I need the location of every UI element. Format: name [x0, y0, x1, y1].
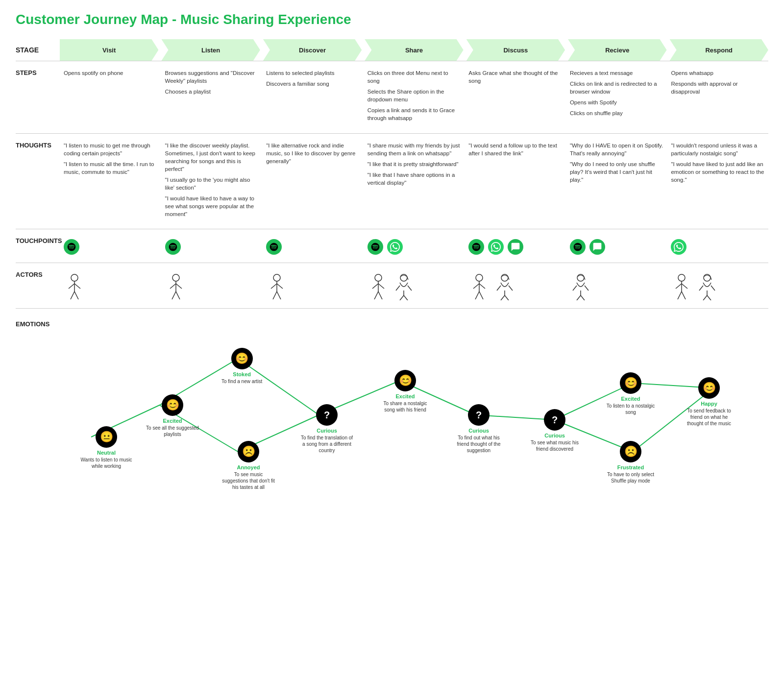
touchpoints-cell-3: [364, 235, 465, 257]
thought-text: "I would have liked to have a way to see…: [165, 194, 259, 218]
page-title: Customer Journey Map - Music Sharing Exp…: [16, 12, 768, 27]
actors-cell-6: [667, 269, 768, 302]
emotion-desc-curious2: To find out what his friend thought of t…: [452, 435, 506, 454]
touchpoints-label: TOUCHPOINTS: [16, 235, 60, 257]
touchpoints-cell-4: [465, 235, 566, 257]
thought-text: "I listen to music all the time. I run t…: [64, 160, 157, 176]
svg-line-20: [372, 284, 378, 289]
step-text: Browses suggestions and "Discover Weekly…: [165, 69, 259, 85]
svg-line-11: [176, 291, 180, 299]
svg-line-17: [277, 291, 281, 299]
emotion-label-curious2: Curious: [468, 428, 489, 434]
actors-cell-2: [262, 269, 364, 302]
svg-point-51: [678, 274, 685, 281]
actor-male: [64, 273, 87, 300]
svg-line-28: [396, 286, 400, 291]
actors-cell-0: [60, 269, 161, 302]
emotion-label-excited3: Excited: [621, 396, 640, 402]
emotion-label-frustrated: Frustrated: [617, 464, 644, 470]
svg-point-12: [273, 274, 280, 281]
emotion-face-excited1: 😊: [162, 394, 183, 416]
emotion-desc-curious3: To see what music his friend discovered: [528, 439, 582, 452]
svg-line-8: [170, 284, 176, 289]
emotion-desc-excited1: To see all the suggested playlists: [146, 425, 199, 437]
stage-listen: Listen: [161, 39, 260, 61]
emotion-annoyed: ☹️AnnoyedTo see music suggestions that d…: [221, 441, 275, 490]
steps-cell-6: Opens whatsappResponds with approval or …: [667, 67, 768, 127]
emotion-happy: 😊HappyTo send feedback to friend on what…: [682, 377, 736, 427]
spotify-icon: [165, 239, 181, 255]
svg-line-10: [172, 291, 176, 299]
emotion-face-excited3: 😊: [620, 372, 641, 394]
svg-line-15: [277, 284, 283, 289]
step-text: Opens spotify on phone: [64, 69, 157, 77]
stage-respond: Respond: [670, 39, 768, 61]
svg-line-36: [479, 291, 483, 299]
svg-line-41: [497, 286, 501, 291]
stage-share: Share: [365, 39, 463, 61]
svg-line-59: [703, 295, 707, 300]
emotion-frustrated: ☹️FrustratedTo have to only select Shuff…: [604, 441, 658, 484]
step-text: Chooses a playlist: [165, 88, 259, 96]
thought-text: "I would have liked to just add like an …: [671, 160, 764, 184]
stage-section-label: STAGE: [16, 46, 60, 54]
svg-line-21: [378, 284, 384, 289]
emotion-neutral: 😐NeutralWants to listen to music while w…: [79, 426, 133, 469]
spotify-icon: [468, 239, 484, 255]
thoughts-cell-1: "I like the discover weekly playlist. So…: [161, 140, 263, 223]
actor-male: [266, 273, 290, 300]
emotion-face-stoked: 😊: [231, 348, 253, 369]
emotion-face-frustrated: ☹️: [620, 441, 641, 462]
emotions-section: EMOTIONS 😐NeutralWants to listen to musi…: [16, 308, 768, 485]
thoughts-cell-4: "I would send a follow up to the text af…: [465, 140, 566, 223]
svg-line-40: [505, 295, 509, 300]
svg-line-46: [577, 295, 581, 300]
svg-line-5: [74, 291, 78, 299]
emotion-label-happy: Happy: [701, 401, 717, 407]
thought-text: "I share music with my friends by just s…: [368, 142, 461, 157]
actors-row: ACTORS: [16, 263, 768, 308]
emotion-excited3: 😊ExcitedTo listen to a nostalgic song: [604, 372, 658, 415]
svg-line-23: [378, 291, 382, 299]
emotion-desc-excited3: To listen to a nostalgic song: [604, 403, 658, 415]
actor-female: [393, 273, 416, 300]
step-text: Listens to selected playlists: [266, 69, 360, 77]
actors-label: ACTORS: [16, 269, 60, 302]
imessage-icon: [508, 239, 523, 255]
emotion-face-happy: 😊: [698, 377, 720, 399]
actors-cell-1: [161, 269, 263, 302]
spotify-icon: [266, 239, 282, 255]
emotion-face-annoyed: ☹️: [238, 441, 259, 462]
svg-line-60: [707, 295, 711, 300]
actor-male: [165, 273, 189, 300]
stage-row: STAGE VisitListenDiscoverShareDiscussRec…: [16, 39, 768, 61]
whatsapp-icon: [671, 239, 686, 255]
emotion-face-curious1: ?: [316, 404, 338, 426]
svg-line-14: [271, 284, 277, 289]
emotion-desc-stoked: To find a new artist: [221, 378, 262, 385]
touchpoints-cell-2: [262, 235, 364, 257]
spotify-icon: [64, 239, 79, 255]
thought-text: "I like the discover weekly playlist. So…: [165, 142, 259, 173]
emotion-desc-happy: To send feedback to friend on what he th…: [682, 408, 736, 427]
actor-female: [494, 273, 517, 300]
steps-cell-2: Listens to selected playlistsDiscovers a…: [262, 67, 364, 127]
emotion-curious2: ?CuriousTo find out what his friend thou…: [452, 404, 506, 454]
touchpoints-cell-1: [161, 235, 263, 257]
thoughts-cell-5: "Why do I HAVE to open it on Spotify. Th…: [566, 140, 667, 223]
emotion-desc-excited2: To share a nostalgic song with his frien…: [378, 400, 432, 413]
svg-point-0: [71, 274, 78, 281]
title-highlight: Music Sharing Experience: [180, 12, 351, 27]
svg-line-35: [475, 291, 479, 299]
svg-line-34: [479, 284, 485, 289]
steps-row: STEPS Opens spotify on phoneBrowses sugg…: [16, 61, 768, 133]
touchpoints-cells: [60, 235, 768, 257]
svg-line-49: [585, 286, 588, 291]
svg-line-2: [69, 284, 74, 289]
emotion-label-annoyed: Annoyed: [237, 464, 260, 470]
svg-line-61: [699, 286, 703, 291]
thoughts-cell-6: "I wouldn't respond unless it was a part…: [667, 140, 768, 223]
steps-cell-4: Asks Grace what she thought of the song: [465, 67, 566, 127]
emotion-desc-frustrated: To have to only select Shuffle play mode: [604, 471, 658, 484]
emotion-desc-neutral: Wants to listen to music while working: [79, 457, 133, 469]
